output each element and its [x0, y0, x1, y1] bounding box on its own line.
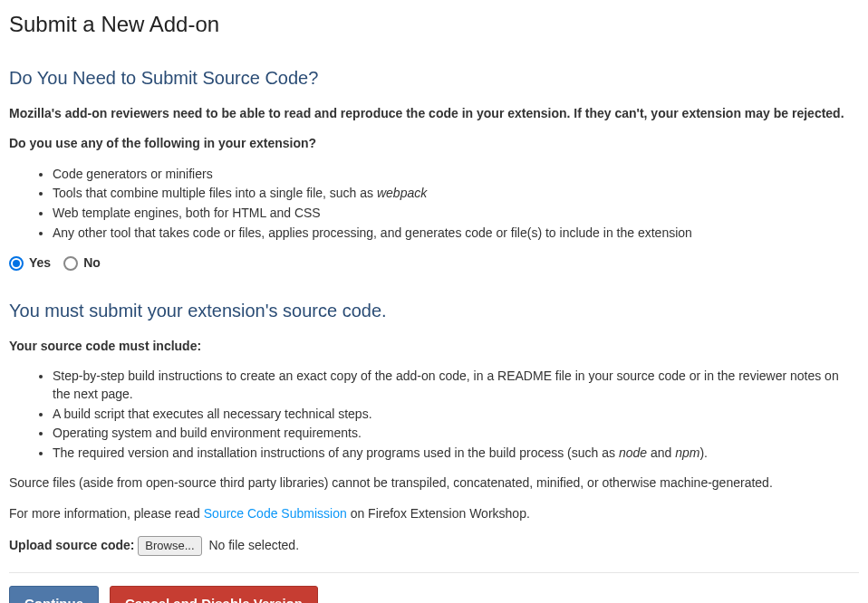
list-item: A build script that executes all necessa…	[53, 406, 859, 424]
cancel-disable-button[interactable]: Cancel and Disable Version	[110, 586, 318, 603]
must-include-label: Your source code must include:	[9, 338, 859, 356]
button-row: Continue Cancel and Disable Version	[9, 586, 859, 603]
list-item: Tools that combine multiple files into a…	[53, 185, 859, 203]
no-file-text: No file selected.	[208, 538, 299, 552]
list-item: Step-by-step build instructions to creat…	[53, 368, 859, 403]
more-info-text: For more information, please read Source…	[9, 505, 859, 523]
tools-list: Code generators or minifiers Tools that …	[53, 166, 859, 242]
list-item: Code generators or minifiers	[53, 166, 859, 184]
must-submit-heading: You must submit your extension's source …	[9, 298, 859, 323]
yes-label[interactable]: Yes	[29, 254, 51, 273]
no-radio[interactable]	[63, 256, 78, 271]
question-text: Do you use any of the following in your …	[9, 135, 859, 153]
yes-radio[interactable]	[9, 256, 24, 271]
source-code-submission-link[interactable]: Source Code Submission	[204, 506, 347, 521]
intro-text: Mozilla's add-on reviewers need to be ab…	[9, 105, 859, 123]
browse-button[interactable]: Browse...	[138, 536, 201, 556]
list-item: Web template engines, both for HTML and …	[53, 205, 859, 223]
list-item: The required version and installation in…	[53, 445, 859, 463]
continue-button[interactable]: Continue	[9, 586, 99, 603]
transpile-note: Source files (aside from open-source thi…	[9, 474, 859, 493]
page-title: Submit a New Add-on	[9, 9, 859, 40]
no-label[interactable]: No	[83, 254, 101, 273]
divider	[9, 572, 859, 573]
upload-row: Upload source code: Browse... No file se…	[9, 536, 859, 556]
source-code-radio-group: Yes No	[9, 254, 859, 273]
list-item: Operating system and build environment r…	[53, 425, 859, 443]
list-item: Any other tool that takes code or files,…	[53, 225, 859, 243]
upload-label: Upload source code:	[9, 538, 134, 552]
need-source-heading: Do You Need to Submit Source Code?	[9, 65, 859, 91]
requirements-list: Step-by-step build instructions to creat…	[53, 368, 859, 462]
